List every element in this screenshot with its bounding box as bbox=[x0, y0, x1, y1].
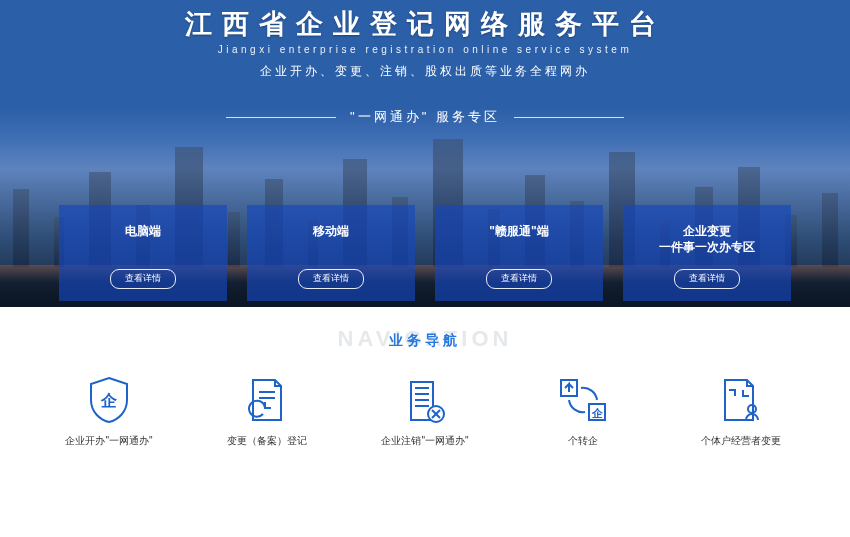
page-title: 江西省企业登记网络服务平台 bbox=[0, 0, 850, 42]
svg-text:企: 企 bbox=[591, 407, 604, 419]
document-user-icon bbox=[719, 374, 763, 424]
card-title: "赣服通"端 bbox=[489, 223, 548, 239]
hero-banner: 江西省企业登记网络服务平台 Jiangxi enterprise registr… bbox=[0, 0, 850, 307]
shield-enterprise-icon: 企 bbox=[87, 374, 131, 424]
nav-label: 个体户经营者变更 bbox=[701, 434, 781, 448]
card-detail-button[interactable]: 查看详情 bbox=[486, 269, 552, 289]
navigation-heading-text: 业务导航 bbox=[389, 332, 461, 348]
card-title: 电脑端 bbox=[125, 223, 161, 239]
page-subtitle-cn: 企业开办、变更、注销、股权出质等业务全程网办 bbox=[0, 63, 850, 80]
svg-text:企: 企 bbox=[100, 392, 118, 409]
building-cancel-icon bbox=[403, 374, 447, 424]
card-detail-button[interactable]: 查看详情 bbox=[298, 269, 364, 289]
card-detail-button[interactable]: 查看详情 bbox=[674, 269, 740, 289]
navigation-heading: NAVIGATION 业务导航 bbox=[389, 331, 461, 350]
document-refresh-icon bbox=[245, 374, 289, 424]
card-desktop[interactable]: 电脑端 查看详情 bbox=[59, 205, 227, 301]
nav-label: 变更（备案）登记 bbox=[227, 434, 307, 448]
convert-icon: 企 bbox=[557, 374, 609, 424]
card-title: 移动端 bbox=[313, 223, 349, 239]
nav-label: 个转企 bbox=[568, 434, 598, 448]
navigation-items: 企 企业开办"一网通办" 变更（备案）登记 bbox=[0, 374, 850, 448]
nav-item-change-register[interactable]: 变更（备案）登记 bbox=[217, 374, 317, 448]
service-cards: 电脑端 查看详情 移动端 查看详情 "赣服通"端 查看详情 企业变更 一件事一次… bbox=[59, 205, 791, 301]
nav-item-individual-to-enterprise[interactable]: 企 个转企 bbox=[533, 374, 633, 448]
card-detail-button[interactable]: 查看详情 bbox=[110, 269, 176, 289]
card-title: 企业变更 一件事一次办专区 bbox=[659, 223, 755, 255]
nav-item-enterprise-cancel[interactable]: 企业注销"一网通办" bbox=[375, 374, 475, 448]
navigation-section: NAVIGATION 业务导航 企 企业开办"一网通办" bbox=[0, 307, 850, 448]
nav-item-operator-change[interactable]: 个体户经营者变更 bbox=[691, 374, 791, 448]
nav-item-enterprise-open[interactable]: 企 企业开办"一网通办" bbox=[59, 374, 159, 448]
nav-label: 企业开办"一网通办" bbox=[65, 434, 152, 448]
card-ganfutong[interactable]: "赣服通"端 查看详情 bbox=[435, 205, 603, 301]
card-change-onestop[interactable]: 企业变更 一件事一次办专区 查看详情 bbox=[623, 205, 791, 301]
nav-label: 企业注销"一网通办" bbox=[381, 434, 468, 448]
page-subtitle-en: Jiangxi enterprise registration online s… bbox=[0, 44, 850, 55]
zone-label: "一网通办" 服务专区 bbox=[0, 108, 850, 126]
card-mobile[interactable]: 移动端 查看详情 bbox=[247, 205, 415, 301]
